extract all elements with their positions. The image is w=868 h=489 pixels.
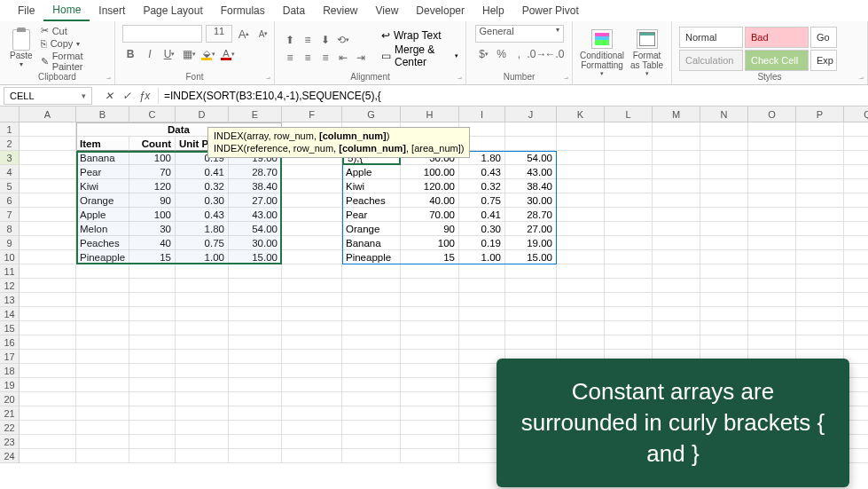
cell[interactable]	[129, 406, 176, 421]
cell[interactable]	[748, 208, 796, 222]
cell[interactable]: 0.75	[459, 193, 505, 208]
merge-center-button[interactable]: ▭Merge & Center▾	[381, 43, 458, 68]
cell[interactable]	[796, 122, 844, 137]
cell[interactable]	[282, 421, 342, 435]
cell[interactable]: Pear	[342, 208, 401, 222]
cell[interactable]	[20, 307, 76, 321]
cell[interactable]	[342, 335, 401, 350]
cell[interactable]	[557, 264, 605, 279]
cell[interactable]	[176, 406, 229, 421]
cell[interactable]	[557, 208, 605, 222]
comma-button[interactable]: ,	[512, 46, 528, 62]
insert-function-button[interactable]: ƒx	[137, 88, 152, 104]
cell[interactable]	[748, 293, 796, 307]
cell[interactable]	[401, 321, 459, 335]
cell[interactable]	[459, 335, 505, 350]
cell[interactable]: 100.00	[401, 165, 459, 179]
cell[interactable]	[342, 392, 401, 406]
cell[interactable]	[282, 350, 342, 364]
cell[interactable]	[20, 250, 76, 264]
cell[interactable]	[796, 279, 844, 293]
align-middle-button[interactable]: ≡	[300, 32, 316, 48]
cell[interactable]	[700, 293, 748, 307]
formula-input[interactable]	[159, 86, 868, 106]
cell[interactable]	[844, 222, 868, 236]
cell[interactable]	[844, 250, 868, 264]
cell[interactable]	[76, 449, 129, 463]
cell[interactable]	[653, 122, 700, 137]
cell[interactable]	[557, 179, 605, 193]
row-header-24[interactable]: 24	[0, 449, 20, 463]
cell[interactable]	[653, 137, 700, 151]
cell[interactable]: Pear	[76, 165, 129, 179]
cell[interactable]	[176, 264, 229, 279]
col-header-I[interactable]: I	[459, 106, 505, 122]
cell[interactable]: 0.32	[176, 179, 229, 193]
cell[interactable]	[176, 307, 229, 321]
cell[interactable]	[605, 250, 653, 264]
cell[interactable]	[844, 236, 868, 250]
cell[interactable]	[76, 406, 129, 421]
cell[interactable]	[557, 293, 605, 307]
cell[interactable]	[342, 279, 401, 293]
cell[interactable]	[401, 264, 459, 279]
cell[interactable]: 1.80	[176, 222, 229, 236]
cell[interactable]: Count	[129, 137, 176, 151]
cell[interactable]	[796, 193, 844, 208]
cell[interactable]: 0.41	[459, 208, 505, 222]
row-header-17[interactable]: 17	[0, 350, 20, 364]
cell[interactable]	[282, 378, 342, 392]
cell[interactable]	[796, 151, 844, 165]
cell[interactable]: 30.00	[229, 236, 282, 250]
format-painter-button[interactable]: ✎Format Painter	[41, 51, 107, 72]
cell[interactable]	[401, 449, 459, 463]
cell[interactable]: 19.00	[505, 236, 557, 250]
cell[interactable]	[129, 364, 176, 378]
cell[interactable]	[844, 122, 868, 137]
cell[interactable]	[176, 350, 229, 364]
cell[interactable]	[20, 165, 76, 179]
style-normal[interactable]: Normal	[679, 27, 743, 48]
cell[interactable]	[20, 406, 76, 421]
cell[interactable]	[748, 165, 796, 179]
cell[interactable]	[557, 122, 605, 137]
cell[interactable]	[129, 264, 176, 279]
cell[interactable]: 1.00	[459, 250, 505, 264]
cell[interactable]	[176, 378, 229, 392]
cell[interactable]: 38.40	[505, 179, 557, 193]
cell[interactable]	[20, 222, 76, 236]
cell[interactable]	[653, 321, 700, 335]
cell[interactable]	[76, 350, 129, 364]
cell[interactable]	[342, 378, 401, 392]
cell[interactable]: Kiwi	[342, 179, 401, 193]
cell[interactable]: 15.00	[505, 250, 557, 264]
cell[interactable]: Item	[76, 137, 129, 151]
cell[interactable]	[129, 293, 176, 307]
cell[interactable]	[229, 279, 282, 293]
col-header-Q[interactable]: Q	[844, 106, 868, 122]
dec-decimal-button[interactable]: ←.0	[547, 46, 563, 62]
cell[interactable]	[844, 193, 868, 208]
bold-button[interactable]: B	[122, 46, 138, 62]
cell[interactable]	[129, 378, 176, 392]
align-center-button[interactable]: ≡	[300, 50, 316, 66]
cell[interactable]	[459, 264, 505, 279]
cell[interactable]	[282, 335, 342, 350]
cell[interactable]	[653, 208, 700, 222]
cell[interactable]	[229, 435, 282, 449]
cell[interactable]	[700, 179, 748, 193]
cell[interactable]	[129, 350, 176, 364]
cell[interactable]	[282, 208, 342, 222]
cancel-formula-button[interactable]: ✕	[101, 88, 117, 104]
cell[interactable]	[20, 236, 76, 250]
borders-button[interactable]: ▦▾	[181, 46, 197, 62]
cell[interactable]	[844, 264, 868, 279]
cell[interactable]	[282, 321, 342, 335]
inc-decimal-button[interactable]: .0→	[529, 46, 545, 62]
cell[interactable]	[401, 364, 459, 378]
cell[interactable]	[748, 321, 796, 335]
cell[interactable]	[605, 165, 653, 179]
shrink-font-button[interactable]: A▾	[255, 26, 271, 42]
cell[interactable]	[796, 335, 844, 350]
cell[interactable]: 15.00	[229, 250, 282, 264]
